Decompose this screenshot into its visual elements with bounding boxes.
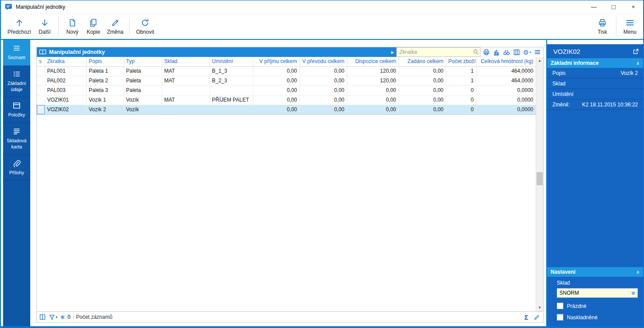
sidebar-item-polozky[interactable]: Položky bbox=[3, 97, 30, 123]
table-cell[interactable]: Paleta bbox=[124, 66, 162, 76]
table-cell[interactable]: PAL002 bbox=[45, 76, 86, 85]
previous-button[interactable]: Předchozí bbox=[4, 16, 34, 37]
checkbox-prazdne[interactable]: Prázdné bbox=[557, 303, 638, 309]
table-cell[interactable]: 0,00 bbox=[299, 76, 347, 85]
table-cell[interactable]: 0,00 bbox=[398, 95, 446, 105]
table-cell[interactable]: 0,00 bbox=[253, 105, 299, 114]
scrollbar-track[interactable] bbox=[536, 64, 543, 304]
table-cell[interactable]: 0,00 bbox=[299, 66, 347, 76]
copy-button[interactable]: Kopie bbox=[83, 16, 104, 37]
table-cell[interactable] bbox=[162, 105, 210, 114]
table-row[interactable]: PAL001 Paleta 1 Paleta MAT B_1_3 0,00 0,… bbox=[37, 66, 536, 76]
table-cell[interactable]: B_2_3 bbox=[210, 76, 253, 85]
grid-columns-button[interactable] bbox=[513, 49, 520, 56]
table-cell[interactable]: Vozík 1 bbox=[86, 95, 124, 105]
checkbox-box[interactable] bbox=[557, 303, 563, 309]
table-cell[interactable] bbox=[210, 85, 253, 95]
scroll-up-button[interactable]: ▲ bbox=[536, 57, 543, 64]
table-cell[interactable]: B_1_3 bbox=[210, 66, 253, 76]
table-cell[interactable]: MAT bbox=[162, 76, 210, 85]
table-cell[interactable]: Paleta 2 bbox=[86, 76, 124, 85]
table-cell[interactable]: 0 bbox=[446, 85, 476, 95]
column-header-celkova-hmotnost[interactable]: Celková hmotnost (kg) bbox=[476, 57, 536, 66]
table-cell[interactable]: 0,00 bbox=[347, 95, 398, 105]
close-button[interactable]: × bbox=[623, 0, 643, 13]
table-cell[interactable]: 0,00 bbox=[299, 85, 347, 95]
column-header-sklad[interactable]: Sklad bbox=[162, 57, 210, 66]
table-cell[interactable]: 0,0000 bbox=[476, 95, 536, 105]
table-cell[interactable]: PAL003 bbox=[45, 85, 86, 95]
table-cell[interactable]: Paleta 3 bbox=[86, 85, 124, 95]
grid-expander-icon[interactable]: ▸ bbox=[391, 49, 394, 55]
table-cell[interactable] bbox=[162, 85, 210, 95]
combobox-dropdown-button[interactable] bbox=[629, 289, 637, 297]
table-cell[interactable]: 0,00 bbox=[347, 85, 398, 95]
sidebar-item-seznam[interactable]: Seznam bbox=[3, 40, 30, 66]
column-header-umisteni[interactable]: Umístění bbox=[210, 57, 253, 66]
edit-button[interactable] bbox=[534, 314, 540, 321]
split-view-button[interactable] bbox=[39, 314, 46, 321]
table-cell[interactable] bbox=[37, 105, 45, 114]
table-cell[interactable]: 120,00 bbox=[347, 66, 398, 76]
table-cell[interactable]: 0,00 bbox=[398, 105, 446, 114]
filter-button[interactable]: ▾ bbox=[49, 314, 57, 321]
sklad-combobox[interactable] bbox=[557, 288, 638, 298]
table-cell[interactable]: 0,0000 bbox=[476, 85, 536, 95]
grid-settings-button[interactable]: ⚙▾ bbox=[523, 49, 531, 56]
sklad-input[interactable] bbox=[557, 289, 629, 297]
table-cell[interactable]: 1 bbox=[446, 76, 476, 85]
table-cell[interactable]: 0,00 bbox=[347, 105, 398, 114]
sidebar-item-zakladni-udaje[interactable]: Základní údaje bbox=[3, 66, 30, 98]
table-cell[interactable]: Vozík bbox=[124, 105, 162, 114]
search-input[interactable] bbox=[396, 47, 480, 57]
column-header-popis[interactable]: Popis bbox=[86, 57, 124, 66]
table-cell[interactable]: 0,00 bbox=[398, 76, 446, 85]
grid-chart-button[interactable] bbox=[493, 49, 500, 56]
table-cell[interactable]: MAT bbox=[162, 66, 210, 76]
table-cell[interactable] bbox=[210, 105, 253, 114]
table-cell[interactable]: Vozík 2 bbox=[86, 105, 124, 114]
table-cell[interactable]: MAT bbox=[162, 95, 210, 105]
column-header-v-prijmu[interactable]: V příjmu celkem bbox=[253, 57, 299, 66]
new-button[interactable]: Nový bbox=[62, 16, 83, 37]
menu-button[interactable]: Menu bbox=[619, 16, 640, 37]
table-cell[interactable]: 0,00 bbox=[253, 76, 299, 85]
table-cell[interactable]: VOZIK02 bbox=[45, 105, 86, 114]
section-header-nastaveni[interactable]: Nastavení ∧ bbox=[547, 267, 643, 277]
table-cell[interactable] bbox=[37, 66, 45, 76]
table-cell[interactable]: 0,0000 bbox=[476, 105, 536, 114]
grid-print-button[interactable] bbox=[483, 49, 490, 56]
print-button[interactable]: Tisk bbox=[592, 16, 613, 37]
sum-button[interactable]: Σ bbox=[524, 314, 528, 321]
table-cell[interactable]: 1 bbox=[446, 66, 476, 76]
table-cell[interactable]: 464,0000 bbox=[476, 66, 536, 76]
table-cell[interactable]: PŘÍJEM PALET bbox=[210, 95, 253, 105]
chevron-up-icon[interactable]: ∧ bbox=[636, 60, 640, 66]
grid-menu-button[interactable] bbox=[534, 49, 541, 56]
table-cell[interactable]: Paleta bbox=[124, 76, 162, 85]
table-cell[interactable]: 0 bbox=[446, 95, 476, 105]
section-header-zakladni-informace[interactable]: Základní informace ∧ bbox=[547, 58, 643, 68]
table-cell[interactable]: 0,00 bbox=[253, 95, 299, 105]
table-cell[interactable]: 464,0000 bbox=[476, 76, 536, 85]
checkbox-box[interactable] bbox=[557, 314, 563, 321]
table-cell[interactable]: 0,00 bbox=[253, 66, 299, 76]
change-button[interactable]: Změna bbox=[104, 16, 126, 37]
vertical-scrollbar[interactable]: ▲ ▼ bbox=[536, 57, 543, 311]
next-button[interactable]: Další bbox=[34, 16, 55, 37]
grid-find-button[interactable] bbox=[503, 49, 510, 56]
sidebar-item-prilohy[interactable]: Přílohy bbox=[3, 155, 30, 181]
table-cell[interactable] bbox=[37, 95, 45, 105]
table-cell[interactable] bbox=[37, 85, 45, 95]
table-cell[interactable]: 120,00 bbox=[347, 76, 398, 85]
table-cell[interactable]: PAL001 bbox=[45, 66, 86, 76]
checkbox-naskladnene[interactable]: Naskladněné bbox=[557, 314, 638, 321]
table-cell[interactable] bbox=[37, 76, 45, 85]
column-header-v-prevodu[interactable]: V převodu celkem bbox=[299, 57, 347, 66]
scrollbar-thumb[interactable] bbox=[537, 172, 543, 185]
table-row[interactable]: VOZIK01 Vozík 1 Vozík MAT PŘÍJEM PALET 0… bbox=[37, 95, 536, 105]
maximize-button[interactable]: □ bbox=[604, 0, 623, 13]
table-cell[interactable]: 0,00 bbox=[398, 85, 446, 95]
table-cell[interactable]: Paleta bbox=[124, 85, 162, 95]
table-cell[interactable]: 0,00 bbox=[253, 85, 299, 95]
